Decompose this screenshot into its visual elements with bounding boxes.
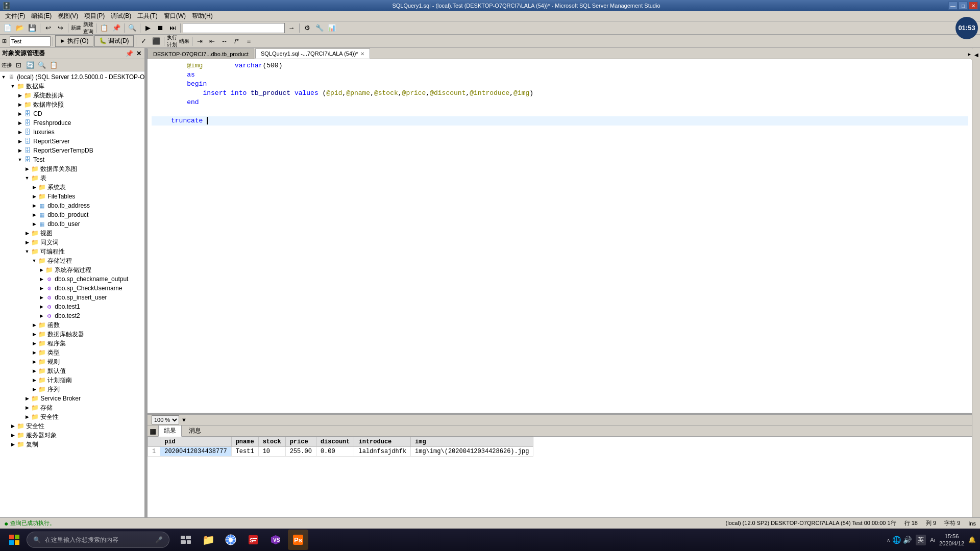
zoom-dropdown-icon[interactable]: ▼ [181, 417, 187, 423]
server-expand[interactable]: ▼ [0, 73, 7, 81]
menu-edit[interactable]: 编辑(E) [28, 11, 55, 21]
databases-node[interactable]: ▼ 📁 数据库 [0, 82, 144, 91]
sptest1-expand[interactable]: ▶ [38, 303, 45, 310]
close-button[interactable]: ✕ [969, 2, 978, 10]
window-controls[interactable]: — □ ✕ [948, 2, 978, 10]
tab2-close-button[interactable]: ✕ [360, 51, 364, 57]
rstemp-expand[interactable]: ▶ [16, 147, 23, 154]
lux-expand[interactable]: ▶ [16, 129, 23, 136]
defaults-expand[interactable]: ▶ [31, 367, 38, 374]
test-expand[interactable]: ▼ [16, 156, 23, 163]
functions-node[interactable]: ▶ 📁 函数 [0, 320, 144, 330]
stop-exec-btn[interactable]: ⬛ [151, 36, 162, 47]
service-broker-node[interactable]: ▶ 📁 Service Broker [0, 394, 144, 403]
db-triggers-node[interactable]: ▶ 📁 数据库触发器 [0, 330, 144, 339]
tables-node[interactable]: ▼ 📁 表 [0, 173, 144, 183]
maximize-button[interactable]: □ [959, 2, 968, 10]
new-btn[interactable]: 新建 [70, 22, 82, 34]
tb-user-node[interactable]: ▶ ▦ dbo.tb_user [0, 219, 144, 229]
cd-expand[interactable]: ▶ [16, 110, 23, 117]
oe-close-button[interactable]: ✕ [135, 50, 142, 57]
tb-step[interactable]: ⏭ [167, 22, 178, 34]
unindent-btn[interactable]: ⇤ [207, 36, 218, 47]
luxuries-node[interactable]: ▶ 🗄 luxuries [0, 128, 144, 137]
menu-help[interactable]: 帮助(H) [189, 11, 216, 21]
dbtrig-expand[interactable]: ▶ [31, 331, 38, 338]
db-snapshot-node[interactable]: ▶ 📁 数据库快照 [0, 100, 144, 109]
sp-test1-node[interactable]: ▶ ⚙ dbo.test1 [0, 302, 144, 311]
tb-product-node[interactable]: ▶ ▦ dbo.tb_product [0, 210, 144, 219]
sysdb-expand[interactable]: ▶ [16, 92, 23, 99]
results-grid[interactable]: pid pname stock price discount introduce… [148, 437, 972, 517]
types-node[interactable]: ▶ 📁 类型 [0, 348, 144, 357]
database-selector[interactable] [10, 36, 51, 46]
tab-sqlquery[interactable]: SQLQuery1.sql -...7QRCI7\LALA (54))* ✕ [255, 48, 370, 59]
taskview-button[interactable] [176, 530, 196, 550]
security-test-node[interactable]: ▶ 📁 安全性 [0, 412, 144, 421]
oe-filter-button[interactable]: 🔍 [36, 60, 47, 71]
rs-expand[interactable]: ▶ [16, 138, 23, 145]
filetables-expand[interactable]: ▶ [31, 193, 38, 200]
reportserver-node[interactable]: ▶ 🗄 ReportServer [0, 137, 144, 146]
start-button[interactable] [4, 530, 24, 550]
save-button[interactable]: 💾 [27, 22, 38, 34]
tab-product[interactable]: DESKTOP-O7QRCI7...dbo.tb_product [148, 48, 254, 59]
volume-icon[interactable]: 🔊 [903, 536, 912, 544]
misc-btn[interactable]: ≡ [243, 36, 255, 47]
server-node[interactable]: ▼ 🖥 (local) (SQL Server 12.0.5000.0 - DE… [0, 72, 144, 82]
oe-summary-button[interactable]: 📋 [48, 60, 59, 71]
tb-paste[interactable]: 📌 [111, 22, 122, 34]
product-expand[interactable]: ▶ [31, 211, 38, 218]
show-plan-btn[interactable]: 执行计划 [166, 36, 178, 47]
databases-expand[interactable]: ▼ [9, 83, 16, 90]
network-icon[interactable]: 🌐 [892, 536, 901, 544]
spinsert-expand[interactable]: ▶ [38, 294, 45, 301]
file-tables-node[interactable]: ▶ 📁 FileTables [0, 192, 144, 201]
menu-view[interactable]: 视图(V) [55, 11, 81, 21]
tables-expand[interactable]: ▼ [23, 174, 31, 182]
func-expand[interactable]: ▶ [31, 321, 38, 329]
spcheckuser-expand[interactable]: ▶ [38, 285, 45, 292]
stored-procs-node[interactable]: ▼ 📁 存储过程 [0, 256, 144, 265]
address-expand[interactable]: ▶ [31, 202, 38, 209]
minimize-button[interactable]: — [948, 2, 958, 10]
synonyms-expand[interactable]: ▶ [23, 239, 31, 246]
reportservertempdb-node[interactable]: ▶ 🗄 ReportServerTempDB [0, 146, 144, 155]
test-db-node[interactable]: ▼ 🗄 Test [0, 155, 144, 164]
search-input[interactable] [183, 23, 285, 33]
views-node[interactable]: ▶ 📁 视图 [0, 229, 144, 238]
input-method[interactable]: 英 [916, 535, 926, 545]
oe-refresh-button[interactable]: 🔄 [24, 60, 36, 71]
rel-expand[interactable]: ▶ [23, 165, 31, 172]
search-go[interactable]: → [286, 22, 297, 34]
tray-up-icon[interactable]: ∧ [887, 537, 890, 543]
sp-test2-node[interactable]: ▶ ⚙ dbo.test2 [0, 311, 144, 320]
oe-connect-button[interactable]: 连接 [1, 60, 12, 71]
voice-search-icon[interactable]: 🎤 [155, 536, 163, 543]
synonyms-node[interactable]: ▶ 📁 同义词 [0, 238, 144, 247]
sql-editor[interactable]: @img varchar(500) as begin insert into t… [148, 59, 972, 414]
sptest2-expand[interactable]: ▶ [38, 312, 45, 319]
execute-button[interactable]: ► 执行(O) [55, 35, 93, 47]
rules-expand[interactable]: ▶ [31, 358, 38, 365]
indent-btn[interactable]: ⇥ [194, 36, 206, 47]
sb-expand[interactable]: ▶ [23, 395, 31, 402]
seq-expand[interactable]: ▶ [31, 386, 38, 393]
menu-debug[interactable]: 调试(B) [108, 11, 134, 21]
sectestnode-expand[interactable]: ▶ [23, 413, 31, 420]
file-explorer-app[interactable]: 📁 [198, 530, 218, 550]
rules-node[interactable]: ▶ 📁 规则 [0, 357, 144, 366]
prog-expand[interactable]: ▼ [23, 248, 31, 255]
tb-misc3[interactable]: 📊 [326, 22, 337, 34]
spcheck-expand[interactable]: ▶ [38, 276, 45, 283]
menu-file[interactable]: 文件(F) [2, 11, 28, 21]
ps-app[interactable]: Ps [288, 530, 308, 550]
comment-btn[interactable]: -- [219, 36, 230, 47]
secmain-expand[interactable]: ▶ [9, 422, 16, 430]
fresh-expand[interactable]: ▶ [16, 119, 23, 127]
menu-project[interactable]: 项目(P) [81, 11, 108, 21]
assemblies-node[interactable]: ▶ 📁 程序集 [0, 339, 144, 348]
sproc-expand[interactable]: ▼ [31, 257, 38, 264]
tb-btn3[interactable]: ↪ [55, 22, 66, 34]
parse-btn[interactable]: ✓ [138, 36, 150, 47]
